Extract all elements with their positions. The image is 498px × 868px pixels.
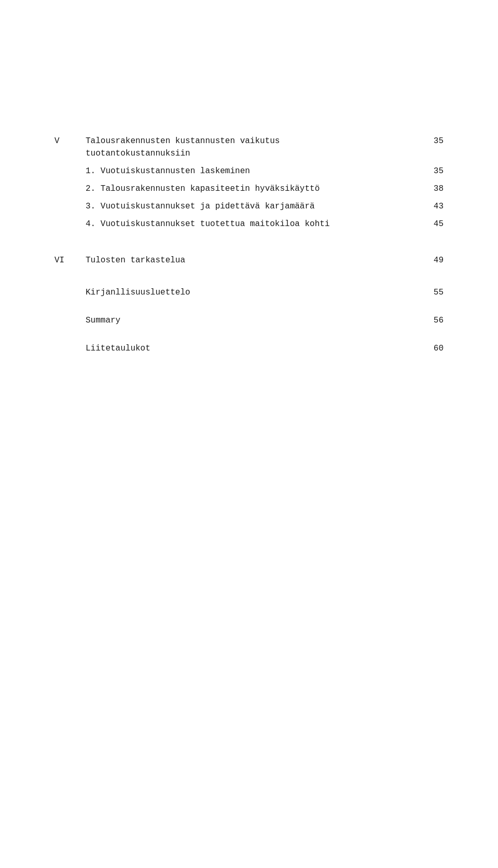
page: V Talousrakennusten kustannusten vaikutu… [0, 0, 498, 868]
toc-row-vi: VI Tulosten tarkastelua 49 [54, 254, 444, 267]
toc-title-kirjallisuus: Kirjanllisuusluettelo [86, 286, 423, 299]
toc-sub-num-v-1: 1. Vuotuiskustannusten laskeminen [86, 165, 423, 177]
toc-page-summary: 56 [423, 316, 444, 325]
spacer-2 [54, 276, 444, 286]
toc-title-vi: Tulosten tarkastelua [86, 254, 423, 267]
toc-row-kirjallisuus: Kirjanllisuusluettelo 55 [54, 286, 444, 299]
spacer-3 [54, 304, 444, 314]
chapter-num-vi: VI [54, 256, 86, 265]
toc-title-summary: Summary [86, 314, 423, 327]
toc-title-v-line1: Talousrakennusten kustannusten vaikutus [86, 135, 423, 147]
toc-row-summary: Summary 56 [54, 314, 444, 327]
toc-page-v: 35 [423, 136, 444, 146]
toc-page-kirjallisuus: 55 [423, 288, 444, 297]
toc-sub-page-v-4: 45 [423, 219, 444, 229]
chapter-num-v: V [54, 136, 86, 146]
spacer-4 [54, 332, 444, 342]
toc-section-vi: VI Tulosten tarkastelua 49 [54, 254, 444, 272]
toc-title-liitetaulukot: Liitetaulukot [86, 342, 423, 355]
toc-sub-row-v-4: 4. Vuotuiskustannukset tuotettua maitoki… [54, 218, 444, 230]
toc-row-liitetaulukot: Liitetaulukot 60 [54, 342, 444, 355]
toc-sub-row-v-1: 1. Vuotuiskustannusten laskeminen 35 [54, 165, 444, 177]
toc-container: V Talousrakennusten kustannusten vaikutu… [54, 135, 444, 355]
toc-sub-page-v-2: 38 [423, 184, 444, 193]
toc-sub-row-v-3: 3. Vuotuiskustannukset ja pidettävä karj… [54, 200, 444, 213]
toc-section-v: V Talousrakennusten kustannusten vaikutu… [54, 135, 444, 235]
toc-sub-num-v-4: 4. Vuotuiskustannukset tuotettua maitoki… [86, 218, 423, 230]
toc-sub-num-v-3: 3. Vuotuiskustannukset ja pidettävä karj… [86, 200, 423, 213]
spacer-1 [54, 240, 444, 254]
toc-page-vi: 49 [423, 256, 444, 265]
toc-sub-num-v-2: 2. Talousrakennusten kapasiteetin hyväks… [86, 183, 423, 195]
toc-sub-row-v-2: 2. Talousrakennusten kapasiteetin hyväks… [54, 183, 444, 195]
toc-title-v-line2: tuotantokustannuksiin [86, 147, 423, 160]
toc-page-liitetaulukot: 60 [423, 344, 444, 353]
toc-title-v: Talousrakennusten kustannusten vaikutus … [86, 135, 423, 160]
toc-sub-page-v-3: 43 [423, 202, 444, 211]
toc-row-v: V Talousrakennusten kustannusten vaikutu… [54, 135, 444, 160]
toc-sub-page-v-1: 35 [423, 166, 444, 176]
